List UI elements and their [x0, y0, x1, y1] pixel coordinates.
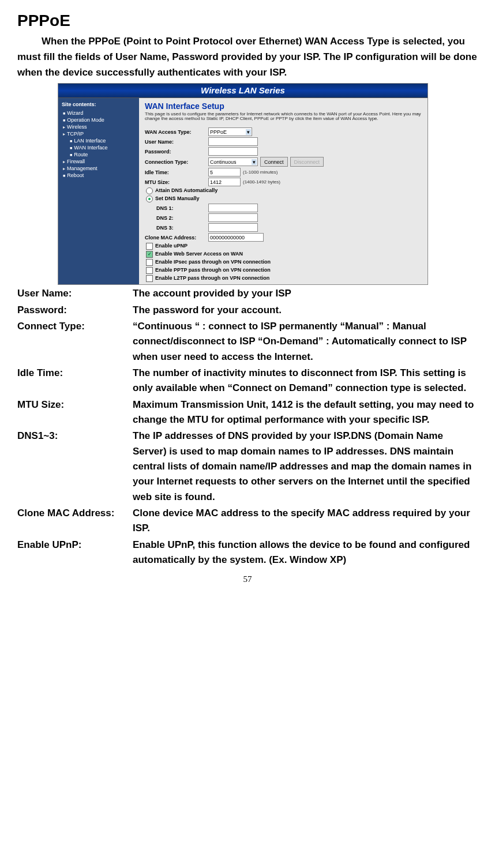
- connection-type-label: Connection Type:: [145, 159, 208, 165]
- web-access-checkbox[interactable]: [146, 251, 153, 258]
- idle-time-hint: (1-1000 minutes): [243, 170, 278, 175]
- pptp-checkbox[interactable]: [146, 267, 153, 274]
- sidebar-item[interactable]: Firewall: [62, 158, 136, 165]
- dns2-input[interactable]: [208, 213, 258, 222]
- page-title: PPPoE: [17, 12, 478, 30]
- clone-mac-input[interactable]: 000000000000: [208, 233, 264, 242]
- definition-term: Enable UPnP:: [17, 538, 133, 569]
- ipsec-label: Enable IPsec pass through on VPN connect…: [155, 260, 271, 265]
- sidebar-item[interactable]: Management: [62, 165, 136, 172]
- idle-time-input[interactable]: 5: [208, 168, 241, 176]
- dns2-label: DNS 2:: [145, 215, 208, 221]
- definition-term: Idle Time:: [17, 366, 133, 397]
- l2tp-label: Enable L2TP pass through on VPN connecti…: [155, 276, 269, 281]
- content-pane: WAN Interface Setup This page is used to…: [139, 98, 427, 285]
- upnp-checkbox[interactable]: [146, 243, 153, 250]
- definition-value: Maximum Transmission Unit, 1412 is the d…: [133, 397, 478, 429]
- definition-value: Clone device MAC address to the specify …: [133, 506, 478, 538]
- definition-row: DNS1~3:The IP addresses of DNS provided …: [17, 429, 478, 506]
- definition-value: The password for your account.: [133, 303, 478, 319]
- ipsec-checkbox[interactable]: [146, 259, 153, 266]
- connect-button[interactable]: Connect: [260, 157, 288, 167]
- wan-access-type-label: WAN Access Type:: [145, 129, 208, 135]
- sidebar-item[interactable]: Route: [62, 151, 136, 158]
- definition-value: The IP addresses of DNS provided by your…: [133, 429, 478, 506]
- sidebar-heading: Site contents:: [62, 102, 136, 107]
- upnp-label: Enable uPNP: [155, 243, 187, 249]
- definition-value: Enable UPnP, this function allows the de…: [133, 538, 478, 569]
- dns3-label: DNS 3:: [145, 225, 208, 231]
- sidebar-item[interactable]: Wireless: [62, 123, 136, 130]
- definition-row: MTU Size:Maximum Transmission Unit, 1412…: [17, 397, 478, 429]
- password-input[interactable]: [208, 147, 258, 156]
- sidebar-item[interactable]: TCP/IP: [62, 130, 136, 137]
- dns-manual-radio[interactable]: [146, 196, 153, 202]
- content-desc: This page is used to configure the param…: [145, 112, 422, 122]
- dns-auto-label: Attain DNS Automatically: [155, 188, 217, 194]
- dns3-input[interactable]: [208, 223, 258, 232]
- mtu-size-input[interactable]: 1412: [208, 178, 241, 186]
- intro-paragraph: When the PPPoE (Point to Point Protocol …: [17, 33, 478, 81]
- sidebar-item[interactable]: Reboot: [62, 172, 136, 179]
- web-access-label: Enable Web Server Access on WAN: [155, 251, 243, 257]
- sidebar-item[interactable]: WAN Interface: [62, 144, 136, 151]
- banner-title: Wireless LAN Series: [58, 84, 427, 98]
- definition-term: MTU Size:: [17, 397, 133, 429]
- user-name-label: User Name:: [145, 139, 208, 145]
- definition-row: Password:The password for your account.: [17, 303, 478, 319]
- disconnect-button[interactable]: Disconnect: [290, 157, 324, 167]
- sidebar: Site contents: WizardOperation ModeWirel…: [58, 98, 139, 285]
- definition-value: The number of inactivity minutes to disc…: [133, 366, 478, 397]
- idle-time-label: Idle Time:: [145, 170, 208, 175]
- definition-row: Connect Type:“Continuous “ : connect to …: [17, 319, 478, 366]
- definition-term: Clone MAC Address:: [17, 506, 133, 538]
- definition-row: Idle Time:The number of inactivity minut…: [17, 366, 478, 397]
- definition-row: Clone MAC Address:Clone device MAC addre…: [17, 506, 478, 538]
- sidebar-item[interactable]: Wizard: [62, 110, 136, 117]
- definition-term: DNS1~3:: [17, 429, 133, 506]
- user-name-input[interactable]: [208, 137, 258, 146]
- l2tp-checkbox[interactable]: [146, 275, 153, 282]
- definition-term: User Name:: [17, 286, 133, 302]
- definition-value: “Continuous “ : connect to ISP permanent…: [133, 319, 478, 366]
- definition-value: The account provided by your ISP: [133, 286, 478, 302]
- mtu-size-hint: (1400-1492 bytes): [243, 179, 280, 185]
- dns1-label: DNS 1:: [145, 205, 208, 211]
- definition-row: User Name:The account provided by your I…: [17, 286, 478, 302]
- dns-auto-radio[interactable]: [146, 187, 153, 194]
- sidebar-item[interactable]: LAN Interface: [62, 137, 136, 144]
- page-number: 57: [17, 574, 478, 584]
- connection-type-select[interactable]: Continuous: [208, 157, 258, 166]
- password-label: Password:: [145, 149, 208, 155]
- mtu-size-label: MTU Size:: [145, 179, 208, 185]
- router-screenshot: Wireless LAN Series Site contents: Wizar…: [58, 83, 428, 285]
- wan-access-type-select[interactable]: PPPoE: [208, 127, 252, 136]
- sidebar-item[interactable]: Operation Mode: [62, 117, 136, 123]
- dns-manual-label: Set DNS Manually: [155, 196, 200, 202]
- definitions-table: User Name:The account provided by your I…: [17, 286, 478, 569]
- content-heading: WAN Interface Setup: [145, 102, 422, 111]
- clone-mac-label: Clone MAC Address:: [145, 235, 208, 241]
- dns1-input[interactable]: [208, 204, 258, 212]
- definition-term: Connect Type:: [17, 319, 133, 366]
- definition-row: Enable UPnP:Enable UPnP, this function a…: [17, 538, 478, 569]
- pptp-label: Enable PPTP pass through on VPN connecti…: [155, 268, 271, 273]
- definition-term: Password:: [17, 303, 133, 319]
